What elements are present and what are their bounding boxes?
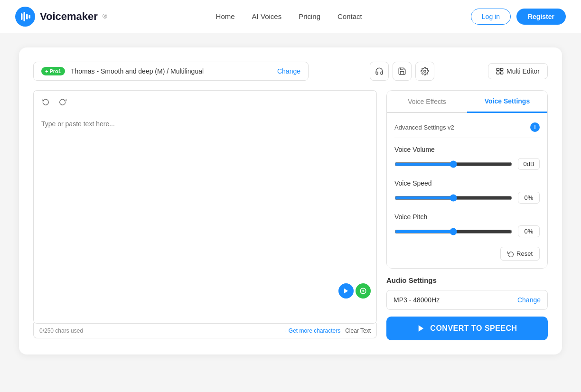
voice-speed-row: Voice Speed 0% [394,179,540,204]
nav-home[interactable]: Home [216,12,235,20]
voice-selector[interactable]: + Pro1 Thomas - Smooth and deep (M) / Mu… [33,62,309,81]
redo-button[interactable] [56,94,70,109]
logo-tm: ® [103,13,107,20]
convert-label: CONVERT TO SPEECH [430,324,517,333]
clear-text-link[interactable]: Clear Text [345,327,371,334]
chars-used: 0/250 chars used [39,327,83,334]
nav: Home AI Voices Pricing Contact [216,12,362,20]
voice-volume-value: 0dB [518,158,540,170]
get-more-characters-link[interactable]: → Get more characters [281,327,340,334]
main-content: + Pro1 Thomas - Smooth and deep (M) / Mu… [0,33,581,369]
voice-pitch-slider-row: 0% [394,225,540,237]
voice-name: Thomas - Smooth and deep (M) / Multiling… [71,67,272,75]
voice-bar: + Pro1 Thomas - Smooth and deep (M) / Mu… [33,62,548,81]
svg-rect-8 [500,72,503,74]
text-input[interactable] [34,112,376,321]
voice-pitch-row: Voice Pitch 0% [394,213,540,237]
login-button[interactable]: Log in [471,9,511,25]
register-button[interactable]: Register [516,9,566,25]
audio-change-link[interactable]: Change [517,296,541,304]
advanced-settings-row: Advanced Settings v2 i [394,121,540,138]
icon-buttons [370,62,434,81]
voice-volume-slider[interactable] [394,160,512,168]
editor-layout: 0/250 chars used → Get more characters C… [33,90,548,340]
reset-button[interactable]: Reset [500,247,540,261]
audio-settings-section: Audio Settings MP3 - 48000Hz Change CONV… [386,276,548,340]
nav-ai-voices[interactable]: AI Voices [252,12,282,20]
svg-rect-3 [29,15,31,19]
convert-button[interactable]: CONVERT TO SPEECH [386,317,548,340]
tts-icon-1[interactable] [338,283,354,299]
voice-speed-label: Voice Speed [394,179,540,187]
text-area-container [33,112,377,324]
voice-volume-row: Voice Volume 0dB [394,146,540,170]
undo-button[interactable] [38,94,53,109]
nav-actions: Log in Register [471,9,566,25]
editor-right: Voice Effects Voice Settings Advanced Se… [386,90,548,340]
voice-pitch-value: 0% [518,225,540,237]
svg-rect-5 [497,68,499,71]
editor-footer-right: → Get more characters Clear Text [281,327,371,334]
tab-voice-effects[interactable]: Voice Effects [387,91,467,112]
audio-format-label: MP3 - 48000Hz [394,296,440,304]
svg-marker-10 [419,325,424,332]
svg-point-4 [424,70,426,73]
editor-footer: 0/250 chars used → Get more characters C… [33,323,377,338]
nav-pricing[interactable]: Pricing [299,12,320,20]
panel-body: Advanced Settings v2 i Voice Volume 0dB [387,113,547,268]
voice-speed-slider[interactable] [394,194,512,202]
advanced-label: Advanced Settings v2 [394,124,454,131]
nav-contact[interactable]: Contact [337,12,362,20]
reset-label: Reset [516,250,533,257]
voice-speed-slider-container [394,193,512,203]
reset-row: Reset [394,247,540,261]
header: Voicemaker® Home AI Voices Pricing Conta… [0,0,581,33]
svg-rect-7 [497,72,499,74]
svg-marker-9 [344,289,348,294]
voice-speed-slider-row: 0% [394,192,540,204]
svg-rect-6 [500,68,503,71]
logo[interactable]: Voicemaker® [15,7,107,27]
settings-button[interactable] [415,62,434,81]
audio-settings-title: Audio Settings [386,276,548,284]
editor-toolbar [33,90,377,112]
tts-icon-2[interactable] [356,283,371,299]
svg-rect-0 [21,13,23,20]
svg-rect-2 [26,14,28,19]
tab-voice-settings[interactable]: Voice Settings [467,91,547,113]
info-icon[interactable]: i [530,122,540,132]
pro-badge: + Pro1 [41,67,65,75]
multi-editor-button[interactable]: Multi Editor [488,63,548,79]
voice-pitch-label: Voice Pitch [394,213,540,221]
voice-pitch-slider[interactable] [394,228,512,235]
editor-left: 0/250 chars used → Get more characters C… [33,90,377,340]
tts-icons [338,283,371,299]
audio-format-row: MP3 - 48000Hz Change [386,290,548,310]
multi-editor-label: Multi Editor [506,67,540,75]
save-button[interactable] [393,62,412,81]
main-card: + Pro1 Thomas - Smooth and deep (M) / Mu… [19,47,562,355]
panel-tabs: Voice Effects Voice Settings [387,91,547,113]
logo-icon [15,7,35,27]
change-voice-link[interactable]: Change [277,67,300,75]
voice-settings-panel: Voice Effects Voice Settings Advanced Se… [386,90,548,269]
headphone-button[interactable] [370,62,389,81]
voice-pitch-slider-container [394,227,512,236]
voice-speed-value: 0% [518,192,540,204]
voice-volume-label: Voice Volume [394,146,540,153]
voice-volume-slider-container [394,159,512,169]
logo-text: Voicemaker [40,10,98,23]
voice-volume-slider-row: 0dB [394,158,540,170]
svg-rect-1 [24,12,26,21]
